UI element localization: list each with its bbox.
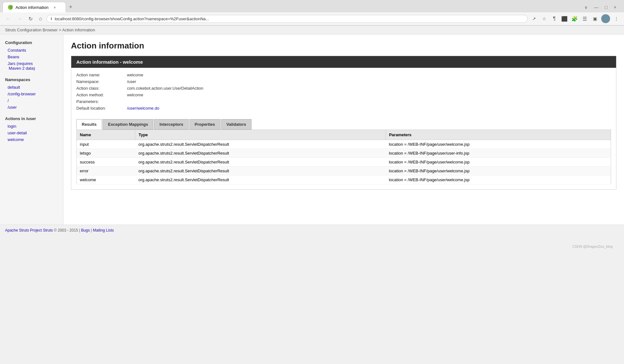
sidebar-link-welcome[interactable]: welcome <box>0 136 63 143</box>
page-footer: Apache Struts Project Struts © 2003 - 20… <box>0 225 624 236</box>
extension2-icon[interactable]: ⬛ <box>561 15 568 22</box>
col-header-type: Type <box>135 130 386 140</box>
address-bar[interactable]: ℹ localhost:8080/config-browser/showConf… <box>47 15 528 23</box>
cell-name: success <box>77 158 135 167</box>
new-tab-button[interactable]: + <box>66 2 76 12</box>
detail-row-action-class: Action class: com.cokebot.action.user.Us… <box>76 85 611 92</box>
browser-toolbar: ← → ↻ ⌂ ℹ localhost:8080/config-browser/… <box>0 12 624 25</box>
home-button[interactable]: ⌂ <box>37 15 44 23</box>
profile-avatar[interactable] <box>601 14 610 23</box>
page-title: Action information <box>71 41 616 51</box>
cell-name: error <box>77 167 135 176</box>
namespace-label: Namespace: <box>76 79 127 84</box>
table-row: letsgoorg.apache.struts2.result.ServletD… <box>77 149 611 158</box>
window-minimize-icon[interactable]: — <box>594 5 598 10</box>
table-row: welcomeorg.apache.struts2.result.Servlet… <box>77 176 611 184</box>
sidebar-icon[interactable]: ☰ <box>581 15 589 22</box>
share-icon[interactable]: ↗ <box>530 15 538 22</box>
sidebar-link-beans[interactable]: Beans <box>0 54 63 60</box>
sidebar-link-login[interactable]: login <box>0 123 63 130</box>
tabs-row: Results Exception Mappings Interceptors … <box>71 119 616 130</box>
sidebar-link-default[interactable]: default <box>0 84 63 91</box>
sidebar-link-root[interactable]: / <box>0 97 63 104</box>
tab-validators[interactable]: Validators <box>221 119 252 130</box>
window-close-icon[interactable]: × <box>614 5 616 10</box>
back-button[interactable]: ← <box>4 15 13 23</box>
action-name-value: welcome <box>127 73 143 77</box>
cell-type: org.apache.struts2.result.ServletDispatc… <box>135 176 386 184</box>
address-text: localhost:8080/config-browser/showConfig… <box>55 16 209 21</box>
cell-name: welcome <box>77 176 135 184</box>
sidebar-link-user-detail[interactable]: user-detail <box>0 130 63 136</box>
action-name-label: Action name: <box>76 73 127 77</box>
action-method-label: Action method: <box>76 93 127 97</box>
toolbar-icons: ↗ ☆ ¶ ⬛ 🧩 ☰ ▣ ⋮ <box>530 14 620 23</box>
browser-chrome: 🌿 Action information × + ∨ — □ × ← → ↻ ⌂… <box>0 0 624 26</box>
cell-type: org.apache.struts2.result.ServletDispatc… <box>135 167 386 176</box>
breadcrumb: Struts Configuration Browser > Action in… <box>0 26 624 35</box>
footer-apache-struts-link[interactable]: Apache Struts Project Struts <box>5 228 53 233</box>
lock-icon: ℹ <box>51 16 52 21</box>
sidebar-link-config-browser[interactable]: /config-browser <box>0 91 63 97</box>
bottom-area: CSDN @DragonZou_blog <box>0 236 624 257</box>
footer-bugs-link[interactable]: Bugs <box>81 228 90 233</box>
tab-close-icon[interactable]: × <box>54 5 56 10</box>
tab-favicon: 🌿 <box>8 5 13 10</box>
tab-results[interactable]: Results <box>76 119 102 130</box>
tab-exception-mappings[interactable]: Exception Mappings <box>103 119 153 130</box>
forward-button[interactable]: → <box>15 15 24 23</box>
page-layout: Configuration Constants Beans Jars (requ… <box>0 35 624 225</box>
window-maximize-icon[interactable]: □ <box>605 5 607 10</box>
col-header-parameters: Parameters <box>386 130 611 140</box>
table-row: inputorg.apache.struts2.result.ServletDi… <box>77 140 611 149</box>
table-container: Name Type Parameters inputorg.apache.str… <box>71 130 616 189</box>
config-section-title: Configuration <box>0 38 63 47</box>
action-class-value: com.cokebot.action.user.UserDetailAction <box>127 86 203 91</box>
table-row: successorg.apache.struts2.result.Servlet… <box>77 158 611 167</box>
namespace-value: /user <box>127 79 136 84</box>
action-header: Action information - welcome <box>71 56 616 68</box>
window-chevron-icon: ∨ <box>584 5 588 10</box>
detail-row-namespace: Namespace: /user <box>76 78 611 85</box>
cell-parameters: location = /WEB-INF/page/user/user-info.… <box>386 149 611 158</box>
action-section: Action information - welcome Action name… <box>71 56 616 190</box>
sidebar-link-constants[interactable]: Constants <box>0 47 63 54</box>
default-location-label: Default location: <box>76 106 127 111</box>
footer-copyright: © 2003 - 2015 | <box>54 228 81 233</box>
detail-row-action-name: Action name: welcome <box>76 72 611 78</box>
watermark: CSDN @DragonZou_blog <box>6 242 618 251</box>
cell-type: org.apache.struts2.result.ServletDispatc… <box>135 140 386 149</box>
default-location-link[interactable]: /user/welcome.do <box>127 106 159 111</box>
table-header-row: Name Type Parameters <box>77 130 611 140</box>
cell-name: letsgo <box>77 149 135 158</box>
sidebar-link-jars[interactable]: Jars (requires Maven 2 data) <box>0 60 63 72</box>
parameters-label: Parameters: <box>76 99 127 104</box>
cell-parameters: location = /WEB-INF/page/user/welcome.js… <box>386 140 611 149</box>
detail-row-parameters: Parameters: <box>76 98 611 105</box>
detail-row-action-method: Action method: welcome <box>76 92 611 98</box>
cell-type: org.apache.struts2.result.ServletDispatc… <box>135 149 386 158</box>
extension1-icon[interactable]: ¶ <box>551 15 558 22</box>
actions-section-title: Actions in /user <box>0 114 63 123</box>
main-content: Action information Action information - … <box>63 35 624 225</box>
split-icon[interactable]: ▣ <box>591 15 599 22</box>
browser-tab[interactable]: 🌿 Action information × <box>3 2 66 12</box>
action-class-label: Action class: <box>76 86 127 91</box>
extensions-icon[interactable]: 🧩 <box>571 15 578 22</box>
action-method-value: welcome <box>127 93 143 97</box>
action-details: Action name: welcome Namespace: /user Ac… <box>71 68 616 115</box>
tab-interceptors[interactable]: Interceptors <box>154 119 188 130</box>
refresh-button[interactable]: ↻ <box>27 15 35 23</box>
cell-name: input <box>77 140 135 149</box>
tab-title-text: Action information <box>16 5 48 10</box>
cell-parameters: location = /WEB-INF/page/user/welcome.js… <box>386 167 611 176</box>
tab-properties[interactable]: Properties <box>189 119 220 130</box>
sidebar-link-user[interactable]: /user <box>0 104 63 111</box>
col-header-name: Name <box>77 130 135 140</box>
table-row: errororg.apache.struts2.result.ServletDi… <box>77 167 611 176</box>
bookmark-icon[interactable]: ☆ <box>540 15 548 22</box>
sidebar: Configuration Constants Beans Jars (requ… <box>0 35 63 225</box>
menu-icon[interactable]: ⋮ <box>613 15 620 22</box>
cell-parameters: location = /WEB-INF/page/user/welcome.js… <box>386 158 611 167</box>
footer-mailing-link[interactable]: Mailing Lists <box>93 228 114 233</box>
